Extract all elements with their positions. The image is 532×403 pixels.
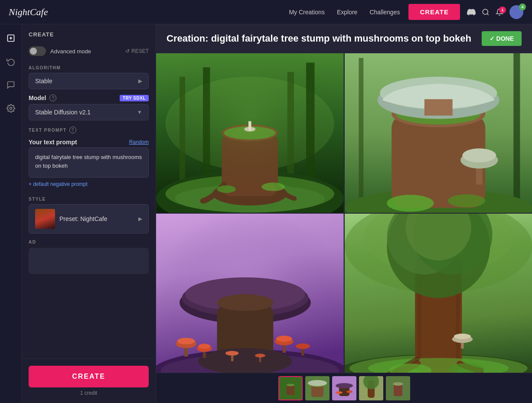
image-1 (156, 53, 344, 213)
image-cell-2[interactable] (345, 53, 532, 213)
svg-point-34 (387, 195, 434, 211)
image-3 (156, 214, 344, 373)
thumbnail-4[interactable] (359, 376, 383, 400)
discord-icon (467, 8, 476, 16)
style-preset-arrow-icon: ▶ (138, 216, 142, 222)
search-icon-button[interactable] (482, 8, 490, 16)
svg-rect-16 (156, 53, 344, 213)
svg-point-33 (462, 148, 496, 162)
image-4 (345, 214, 532, 373)
svg-point-56 (296, 343, 310, 349)
thumbnail-2[interactable] (305, 376, 330, 400)
style-preset-select[interactable]: Preset: NightCafe ▶ (29, 204, 149, 234)
thumbnail-3[interactable] (332, 376, 356, 400)
advanced-mode-row: Advanced mode ↺ RESET (22, 43, 156, 59)
model-help-icon[interactable]: ? (49, 94, 56, 101)
svg-point-81 (286, 384, 294, 386)
panel-header: CREATE (22, 24, 156, 43)
svg-point-85 (308, 380, 327, 386)
history-icon (7, 57, 15, 66)
image-cell-4[interactable] (345, 214, 532, 373)
toggle-track[interactable] (29, 46, 46, 56)
notification-icon-button[interactable]: 1 (496, 8, 503, 16)
create-button-area: CREATE 1 credit (22, 358, 156, 403)
reset-label: RESET (131, 48, 149, 54)
svg-point-60 (255, 354, 265, 358)
text-prompt-help-icon[interactable]: ? (69, 127, 76, 133)
sidebar-chat-icon[interactable] (3, 77, 19, 93)
advanced-mode-label: Advanced mode (50, 48, 91, 55)
image-2 (345, 53, 532, 213)
create-button[interactable]: CREATE (29, 366, 149, 387)
advanced-mode-toggle[interactable] (29, 46, 46, 56)
algorithm-value: Stable (35, 78, 52, 84)
thumbnail-1[interactable] (278, 376, 303, 400)
model-select[interactable]: Stable Diffusion v2.1 ▼ (29, 104, 149, 120)
svg-point-54 (276, 335, 292, 341)
create-icon (7, 34, 15, 42)
svg-point-89 (336, 391, 343, 394)
svg-rect-30 (424, 99, 452, 116)
app-logo[interactable]: NightCafe (9, 6, 48, 18)
avatar-button[interactable]: 4 (509, 5, 523, 19)
thumbnail-1-image (279, 377, 302, 400)
main-body: CREATE Advanced mode ↺ RESET ALGORITHM S… (0, 24, 532, 403)
image-cell-1[interactable] (156, 53, 344, 213)
svg-point-2 (10, 107, 12, 110)
settings-icon (7, 104, 15, 113)
ad-placeholder (29, 248, 149, 274)
svg-point-19 (217, 185, 236, 193)
nav-link-my-creations[interactable]: My Creations (289, 9, 324, 16)
algorithm-select[interactable]: Stable ▶ (29, 73, 149, 89)
style-preset-name: Preset: NightCafe (59, 215, 134, 222)
model-arrow-icon: ▼ (137, 109, 142, 115)
thumbnail-3-image (332, 376, 356, 400)
notification-badge: 1 (499, 6, 506, 13)
model-value: Stable Diffusion v2.1 (35, 109, 91, 116)
nav-link-challenges[interactable]: Challenges (369, 9, 400, 16)
svg-rect-80 (286, 385, 294, 395)
reset-button[interactable]: ↺ RESET (125, 48, 149, 54)
your-text-prompt-row: Your text prompt Random (22, 135, 156, 147)
svg-point-51 (198, 343, 210, 348)
main-content: Creation: digital fairytale tree stump w… (156, 24, 532, 403)
sidebar-settings-icon[interactable] (3, 101, 19, 116)
style-thumbnail (35, 209, 55, 229)
svg-point-90 (346, 390, 352, 393)
try-sdxl-badge[interactable]: TRY SDXL (120, 95, 149, 101)
nav-links: My Creations Explore Challenges (289, 9, 400, 16)
random-link[interactable]: Random (129, 139, 149, 145)
top-navigation: NightCafe My Creations Explore Challenge… (0, 0, 532, 24)
thumbnail-5[interactable] (386, 376, 410, 400)
thumbnail-strip (156, 373, 532, 403)
svg-point-96 (393, 382, 403, 386)
credit-text: 1 credit (29, 390, 149, 396)
svg-point-88 (336, 383, 353, 388)
svg-rect-95 (394, 384, 402, 396)
discord-icon-button[interactable] (467, 8, 476, 16)
svg-rect-22 (359, 58, 363, 198)
your-text-label: Your text prompt (29, 139, 77, 146)
thumbnail-2-image (305, 376, 330, 400)
svg-point-58 (225, 351, 238, 355)
sidebar-history-icon[interactable] (3, 54, 19, 69)
image-cell-3[interactable] (156, 214, 344, 373)
icon-sidebar (0, 24, 22, 403)
nav-link-explore[interactable]: Explore (337, 9, 357, 16)
negative-prompt-link[interactable]: + default negative prompt (22, 178, 156, 191)
done-button[interactable]: ✓ DONE (482, 31, 522, 46)
algorithm-section-label: ALGORITHM (22, 59, 156, 73)
thumbnail-5-image (386, 376, 410, 400)
svg-rect-18 (248, 121, 251, 131)
ad-section-label: AD (22, 234, 156, 248)
text-prompt-area[interactable]: digital fairytale tree stump with mushro… (29, 147, 149, 178)
algorithm-arrow-icon: ▶ (138, 78, 142, 84)
topnav-create-button[interactable]: CREATE (408, 4, 460, 20)
sidebar-create-icon[interactable] (3, 30, 19, 46)
reset-icon: ↺ (125, 48, 130, 54)
svg-rect-23 (513, 53, 520, 203)
content-title: Creation: digital fairytale tree stump w… (166, 33, 471, 44)
svg-point-44 (217, 294, 274, 311)
left-panel: CREATE Advanced mode ↺ RESET ALGORITHM S… (22, 24, 156, 403)
model-label-row: Model ? TRY SDXL (22, 89, 156, 104)
